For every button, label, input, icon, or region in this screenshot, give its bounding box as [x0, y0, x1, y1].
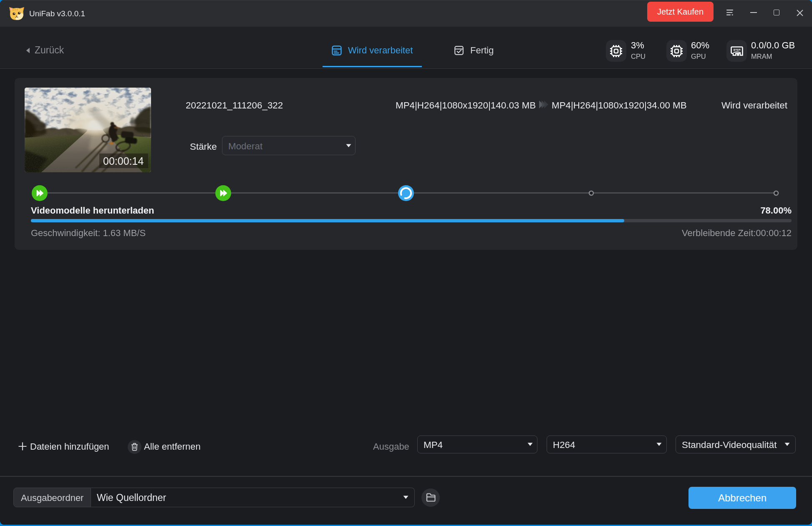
svg-text:00:00:14: 00:00:14: [103, 155, 144, 167]
